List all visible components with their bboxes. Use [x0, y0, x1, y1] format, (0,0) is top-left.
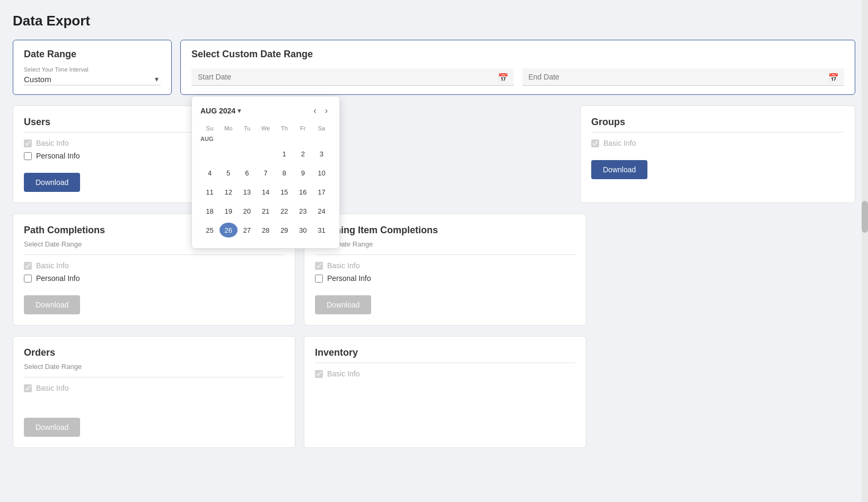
calendar-day-cell[interactable]: 11: [200, 182, 219, 201]
month-dropdown-arrow: ▾: [238, 107, 241, 115]
inventory-basic-info-label: Basic Info: [327, 369, 360, 378]
weekday-we: We: [256, 123, 275, 134]
end-date-calendar-icon[interactable]: 📅: [828, 72, 839, 82]
calendar-day-cell[interactable]: 12: [219, 182, 238, 201]
empty-right: [595, 214, 855, 325]
time-interval-select[interactable]: Today This Week This Month Last Month Cu…: [24, 74, 161, 85]
calendar-day-cell: [256, 144, 275, 163]
calendar-day-cell[interactable]: 8: [275, 163, 294, 182]
custom-date-title: Select Custom Date Range: [191, 49, 844, 60]
learning-download-button[interactable]: Download: [315, 295, 371, 314]
path-basic-info-checkbox: [24, 262, 32, 270]
users-personal-info-checkbox[interactable]: [24, 152, 32, 160]
weekday-tu: Tu: [238, 123, 256, 134]
groups-basic-info-item: Basic Info: [591, 139, 844, 147]
calendar-day-cell[interactable]: 18: [200, 201, 219, 221]
calendar-day-cell[interactable]: 24: [312, 201, 331, 221]
calendar-day-cell[interactable]: 13: [238, 182, 256, 201]
calendar-day-cell[interactable]: 3: [312, 144, 331, 163]
calendar-day-cell[interactable]: 17: [312, 182, 331, 201]
date-range-card: Date Range Select Your Time Interval Tod…: [13, 40, 172, 95]
path-download-button[interactable]: Download: [24, 295, 80, 314]
calendar-next-btn[interactable]: ›: [322, 105, 331, 117]
orders-basic-info-label: Basic Info: [36, 384, 68, 392]
weekday-su: Su: [200, 123, 219, 134]
calendar-day-cell[interactable]: 29: [275, 221, 294, 240]
groups-basic-info-label: Basic Info: [603, 139, 636, 147]
learning-completions-title: Learning Item Completions: [315, 225, 575, 236]
calendar-day-cell[interactable]: 30: [294, 221, 312, 240]
start-date-calendar-icon[interactable]: 📅: [498, 72, 508, 82]
calendar-day-cell: [219, 144, 238, 163]
users-basic-info-checkbox: [24, 139, 32, 147]
calendar-month-row-label: AUG: [200, 134, 331, 144]
path-personal-info-item: Personal Info: [24, 274, 284, 283]
path-basic-info-label: Basic Info: [36, 261, 68, 270]
path-personal-info-checkbox[interactable]: [24, 275, 32, 283]
calendar-day-cell[interactable]: 6: [238, 163, 256, 182]
calendar-day-cell[interactable]: 9: [294, 163, 312, 182]
page-title: Data Export: [13, 13, 855, 29]
select-interval-label: Select Your Time Interval: [24, 66, 161, 73]
weekday-mo: Mo: [219, 123, 238, 134]
calendar-day-cell[interactable]: 27: [238, 221, 256, 240]
calendar-day-cell[interactable]: 25: [200, 221, 219, 240]
calendar-day-cell[interactable]: 4: [200, 163, 219, 182]
scrollbar-track[interactable]: [862, 0, 868, 471]
calendar-day-cell[interactable]: 15: [275, 182, 294, 201]
calendar-prev-btn[interactable]: ‹: [310, 105, 319, 117]
start-date-wrapper: 📅 AUG 2024 ▾ ‹ ›: [191, 68, 514, 86]
calendar-nav: ‹ ›: [310, 105, 331, 117]
scrollbar-thumb[interactable]: [862, 201, 868, 233]
inventory-basic-info-checkbox: [315, 370, 323, 378]
date-range-title: Date Range: [24, 49, 161, 60]
groups-download-button[interactable]: Download: [591, 160, 647, 179]
weekday-th: Th: [275, 123, 294, 134]
card-groups: Groups Basic Info Download: [580, 105, 855, 203]
calendar-day-cell[interactable]: 28: [256, 221, 275, 240]
orders-divider: [24, 377, 284, 377]
path-completions-divider: [24, 254, 284, 255]
calendar-month-label[interactable]: AUG 2024 ▾: [200, 107, 241, 115]
inventory-basic-info-item: Basic Info: [315, 369, 575, 378]
calendar-day-cell[interactable]: 14: [256, 182, 275, 201]
custom-date-card: Select Custom Date Range 📅 AUG 2024 ▾ ‹: [180, 40, 855, 95]
empty-right-2: [595, 336, 855, 448]
users-download-button[interactable]: Download: [24, 173, 80, 192]
calendar-day-cell[interactable]: 10: [312, 163, 331, 182]
orders-download-button[interactable]: Download: [24, 418, 80, 437]
learning-personal-info-label: Personal Info: [327, 274, 371, 283]
calendar-day-cell[interactable]: 20: [238, 201, 256, 221]
calendar-header: AUG 2024 ▾ ‹ ›: [200, 105, 331, 117]
time-interval-select-wrapper: Today This Week This Month Last Month Cu…: [24, 74, 161, 85]
weekday-sa: Sa: [312, 123, 331, 134]
calendar-day-cell[interactable]: 5: [219, 163, 238, 182]
start-date-input[interactable]: [191, 68, 514, 86]
date-range-section: Date Range Select Your Time Interval Tod…: [13, 40, 855, 95]
learning-basic-info-item: Basic Info: [315, 261, 575, 270]
cards-row-2: Path Completions Select Date Range Basic…: [13, 214, 855, 325]
calendar-day-cell[interactable]: 16: [294, 182, 312, 201]
path-basic-info-item: Basic Info: [24, 261, 284, 270]
calendar-day-cell[interactable]: 31: [312, 221, 331, 240]
inventory-title: Inventory: [315, 347, 575, 358]
learning-basic-info-label: Basic Info: [327, 261, 360, 270]
learning-completions-divider: [315, 254, 575, 255]
calendar-day-cell[interactable]: 22: [275, 201, 294, 221]
orders-basic-info-checkbox: [24, 384, 32, 392]
calendar-day-cell[interactable]: 2: [294, 144, 312, 163]
calendar-day-cell[interactable]: 7: [256, 163, 275, 182]
card-learning-completions: Learning Item Completions Select Date Ra…: [304, 214, 586, 325]
calendar-day-cell[interactable]: 21: [256, 201, 275, 221]
users-personal-info-label: Personal Info: [36, 152, 80, 160]
calendar-day-cell[interactable]: 26: [219, 221, 238, 240]
groups-basic-info-checkbox: [591, 139, 599, 147]
calendar-popup: AUG 2024 ▾ ‹ › Su Mo: [191, 96, 340, 249]
learning-personal-info-item: Personal Info: [315, 274, 575, 283]
learning-personal-info-checkbox[interactable]: [315, 275, 323, 283]
calendar-day-cell[interactable]: 1: [275, 144, 294, 163]
end-date-input[interactable]: [522, 68, 845, 86]
orders-date-hint: Select Date Range: [24, 363, 284, 371]
calendar-day-cell[interactable]: 19: [219, 201, 238, 221]
calendar-day-cell[interactable]: 23: [294, 201, 312, 221]
